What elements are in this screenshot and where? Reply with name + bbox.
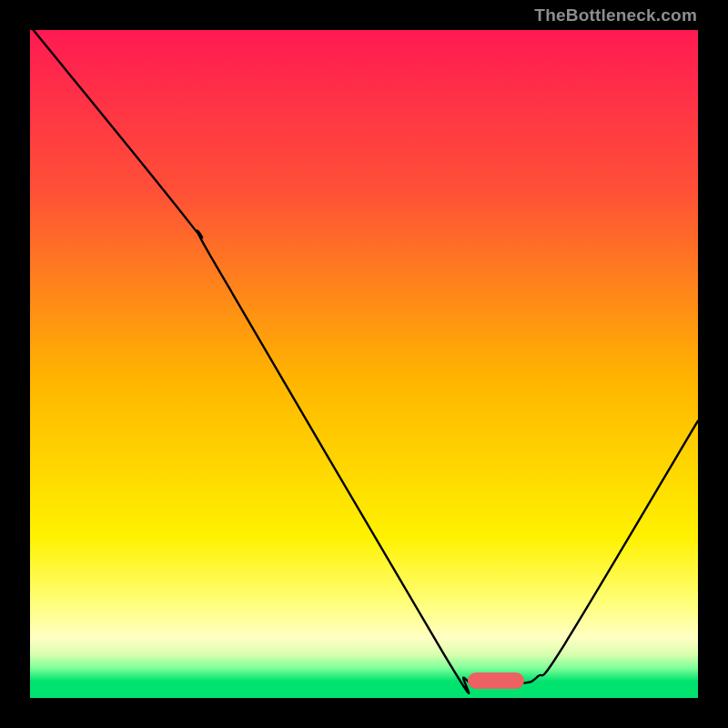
bottleneck-curve <box>34 30 698 693</box>
curve-layer <box>30 30 698 698</box>
optimal-marker <box>468 672 524 689</box>
plot-area <box>30 30 698 698</box>
chart-frame: TheBottleneck.com <box>0 0 728 728</box>
watermark-text: TheBottleneck.com <box>534 5 697 25</box>
